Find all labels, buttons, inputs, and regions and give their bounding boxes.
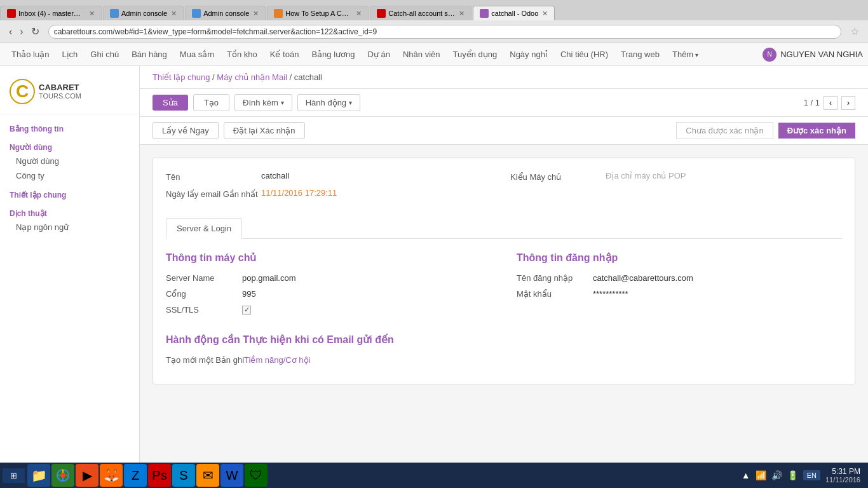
sidebar-item-nguoi-dung[interactable]: Người dùng — [0, 154, 139, 168]
taskbar-app-security[interactable]: 🛡 — [245, 464, 268, 487]
password-label: Mật khẩu — [517, 289, 593, 299]
sidebar-item-nap-ngon-ngu[interactable]: Nạp ngôn ngữ — [0, 220, 139, 234]
back-button[interactable]: ‹ — [5, 25, 16, 39]
tab-close-admin1[interactable]: ✕ — [171, 10, 177, 18]
nav-item-du-an[interactable]: Dự án — [362, 44, 397, 64]
start-button[interactable]: ⊞ — [3, 468, 25, 483]
tab-close-howto[interactable]: ✕ — [356, 10, 362, 18]
tab-server-login[interactable]: Server & Login — [166, 218, 242, 239]
browser-chrome: Inbox (4) - master@saig... ✕ Admin conso… — [0, 0, 868, 43]
sidebar-section-thiet-lap-chung: Thiết lập chung — [0, 187, 139, 201]
field-name-value: catchall — [261, 171, 289, 180]
taskbar-volume-icon: 🔊 — [771, 470, 782, 480]
username-label: Tên đăng nhập — [517, 273, 593, 283]
port-label: Cổng — [166, 289, 242, 299]
field-date-row: Ngày lấy email Gần nhất 11/11/2016 17:29… — [166, 188, 498, 199]
tab-close-catchall-odoo[interactable]: ✕ — [542, 10, 548, 18]
edit-button[interactable]: Sửa — [153, 95, 188, 111]
taskbar: ⊞ 📁 ▶ 🦊 Z Ps S ✉ W 🛡 ▲ 📶 🔊 🔋 EN 5:31 PM … — [0, 463, 868, 488]
address-bar-row: ‹ › ↻ cabarettours.com/web#id=1&view_typ… — [0, 20, 868, 43]
pager-prev[interactable]: ‹ — [824, 96, 837, 110]
tab-bar: Inbox (4) - master@saig... ✕ Admin conso… — [0, 0, 868, 20]
nav-item-them[interactable]: Thêm — [666, 44, 705, 64]
taskbar-battery-icon: 🔋 — [787, 470, 798, 480]
user-name[interactable]: NGUYEN VAN NGHIA — [780, 50, 863, 59]
tab-close-admin2[interactable]: ✕ — [253, 10, 259, 18]
taskbar-app-word[interactable]: W — [220, 464, 243, 487]
language-badge[interactable]: EN — [803, 470, 820, 480]
pager-next[interactable]: › — [841, 96, 855, 110]
tab-admin2[interactable]: Admin console ✕ — [185, 6, 266, 20]
attach-dropdown[interactable]: Đính kèm — [234, 94, 292, 111]
taskbar-app-firefox[interactable]: 🦊 — [100, 464, 123, 487]
main-layout: C CABARET TOURS.COM Bảng thông tin Người… — [0, 66, 868, 463]
nav-item-ban-hang[interactable]: Bán hàng — [125, 44, 173, 64]
tab-icon-catchall-setup — [377, 9, 386, 18]
nav-item-lich[interactable]: Lịch — [55, 44, 84, 64]
tab-icon-admin2 — [192, 9, 201, 18]
tab-catchall-setup[interactable]: Catch-all account setup ... ✕ — [370, 6, 471, 20]
tab-howto[interactable]: How To Setup A Catch-a... ✕ — [267, 6, 369, 20]
taskbar-clock: 5:31 PM 11/11/2016 — [825, 467, 860, 484]
username-row: Tên đăng nhập catchall@cabarettours.com — [517, 273, 842, 283]
address-input[interactable]: cabarettours.com/web#id=1&view_type=form… — [48, 25, 841, 39]
breadcrumb-bar: Thiết lập chung / Máy chủ nhận Mail / ca… — [140, 66, 868, 89]
tab-label-admin1: Admin console — [121, 10, 167, 17]
user-avatar: N — [763, 48, 776, 62]
nav-item-ghi-chu[interactable]: Ghi chú — [84, 44, 125, 64]
nav-item-ton-kho[interactable]: Tồn kho — [220, 44, 264, 64]
create-record-row: Tạo mới một Bản ghi Tiềm năng/Cơ hội — [166, 355, 842, 365]
taskbar-app-chrome[interactable] — [51, 464, 74, 487]
tab-icon-gmail — [7, 9, 16, 18]
nav-item-ke-toan[interactable]: Kế toán — [264, 44, 306, 64]
tab-catchall-odoo[interactable]: catchall - Odoo ✕ — [473, 6, 555, 20]
login-section: Thông tin đăng nhập Tên đăng nhập catcha… — [517, 252, 842, 321]
taskbar-app-zalo[interactable]: Z — [124, 464, 147, 487]
taskbar-app-skype[interactable]: S — [172, 464, 195, 487]
reset-verify-button[interactable]: Đặt lại Xác nhận — [224, 122, 305, 139]
nav-item-thao-luan[interactable]: Thảo luận — [5, 44, 55, 64]
field-date-value: 11/11/2016 17:29:11 — [261, 188, 337, 198]
sidebar: C CABARET TOURS.COM Bảng thông tin Người… — [0, 66, 140, 463]
taskbar-app-video[interactable]: ▶ — [76, 464, 98, 487]
nav-item-ngay-nghi[interactable]: Ngày nghỉ — [503, 44, 554, 64]
taskbar-app-email[interactable]: ✉ — [196, 464, 219, 487]
top-nav: Thảo luận Lịch Ghi chú Bán hàng Mua sắm … — [0, 43, 868, 66]
server-name-value: pop.gmail.com — [242, 273, 296, 283]
nav-item-tuyen-dung[interactable]: Tuyển dụng — [447, 44, 504, 64]
create-button[interactable]: Tạo — [193, 94, 229, 111]
nav-item-trang-web[interactable]: Trang web — [614, 44, 666, 64]
nav-item-bang-luong[interactable]: Bảng lương — [305, 44, 361, 64]
logo-suffix: TOURS.COM — [39, 92, 81, 100]
tab-gmail[interactable]: Inbox (4) - master@saig... ✕ — [0, 6, 102, 20]
action-dropdown[interactable]: Hành động — [297, 94, 360, 111]
ssl-row: SSL/TLS — [166, 305, 491, 315]
sidebar-item-cong-ty[interactable]: Công ty — [0, 168, 139, 183]
create-record-value[interactable]: Tiềm năng/Cơ hội — [244, 355, 310, 365]
taskbar-app-ps[interactable]: Ps — [148, 464, 171, 487]
tab-label-howto: How To Setup A Catch-a... — [285, 10, 352, 17]
breadcrumb-may-chu[interactable]: Máy chủ nhận Mail — [217, 72, 287, 82]
reload-button[interactable]: ↻ — [27, 24, 43, 39]
tab-close-gmail[interactable]: ✕ — [89, 10, 95, 18]
tab-admin1[interactable]: Admin console ✕ — [103, 6, 184, 20]
taskbar-app-file[interactable]: 📁 — [27, 464, 50, 487]
logo-text: CABARET TOURS.COM — [39, 83, 81, 101]
tab-icon-admin1 — [110, 9, 119, 18]
server-section: Thông tin máy chủ Server Name pop.gmail.… — [166, 252, 491, 321]
form-sections: Thông tin máy chủ Server Name pop.gmail.… — [166, 252, 842, 321]
breadcrumb-thiet-lap[interactable]: Thiết lập chung — [153, 72, 210, 82]
ssl-checkbox[interactable] — [242, 306, 251, 315]
action-section: Hành động cần Thực hiện khi có Email gửi… — [166, 334, 842, 365]
fetch-now-button[interactable]: Lấy về Ngay — [153, 122, 219, 139]
nav-item-chi-tieu[interactable]: Chi tiêu (HR) — [554, 44, 614, 64]
breadcrumb: Thiết lập chung / Máy chủ nhận Mail / ca… — [153, 72, 322, 82]
nav-user: N NGUYEN VAN NGHIA — [763, 48, 863, 62]
nav-item-mua-sam[interactable]: Mua sắm — [173, 44, 220, 64]
bookmark-icon[interactable]: ☆ — [846, 24, 863, 39]
taskbar-apps: 📁 ▶ 🦊 Z Ps S ✉ W 🛡 — [27, 464, 742, 487]
toolbar: Sửa Tạo Đính kèm Hành động 1 / 1 ‹ › — [140, 89, 868, 117]
forward-button[interactable]: › — [16, 25, 27, 39]
nav-item-nhan-vien[interactable]: Nhân viên — [397, 44, 447, 64]
tab-close-catchall-setup[interactable]: ✕ — [459, 10, 465, 18]
